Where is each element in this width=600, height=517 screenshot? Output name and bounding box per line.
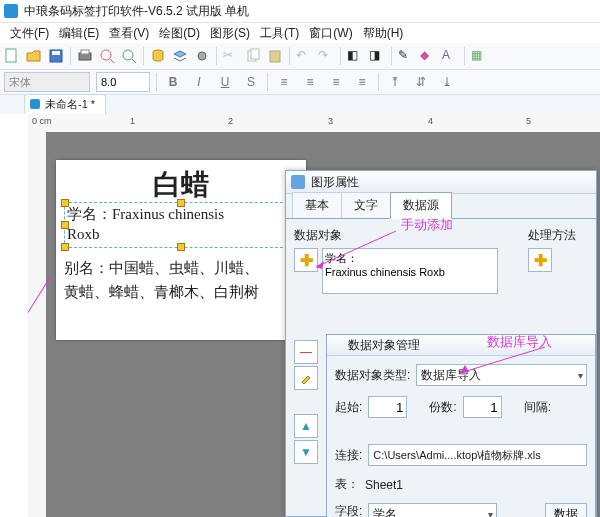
save-icon[interactable] (48, 48, 64, 64)
valign-mid-icon[interactable]: ⇵ (411, 72, 431, 92)
menu-view[interactable]: 查看(V) (105, 23, 153, 44)
menu-draw[interactable]: 绘图(D) (155, 23, 204, 44)
svg-rect-11 (270, 51, 280, 62)
valign-bot-icon[interactable]: ⤓ (437, 72, 457, 92)
field-select[interactable]: 学名 (368, 503, 497, 517)
panel-titlebar[interactable]: 图形属性 (286, 171, 596, 194)
alias-text[interactable]: 别名：中国蜡、虫蜡、川蜡、 黄蜡、蜂蜡、青榔木、白荆树 (64, 256, 298, 304)
movedown-button[interactable]: ▼ (294, 440, 318, 464)
align-right-icon[interactable]: ≡ (326, 72, 346, 92)
moveup-button[interactable]: ▲ (294, 414, 318, 438)
svg-point-6 (123, 50, 133, 60)
data-object-manage-panel[interactable]: 数据对象管理 数据库导入 数据对象类型: 数据库导入 起始: 份数: (326, 334, 596, 517)
layers-icon[interactable] (172, 48, 188, 64)
selected-text-object[interactable]: 学名：Fraxinus chinensisRoxb (64, 202, 298, 248)
menu-shape[interactable]: 图形(S) (206, 23, 254, 44)
copy-icon[interactable] (245, 48, 261, 64)
toolbar-main: ✂ ↶ ↷ ◧ ◨ ✎ ◆ A ▦ (0, 43, 600, 70)
ruler-horizontal: 0 cm 1 2 3 4 5 (28, 114, 600, 133)
menu-help[interactable]: 帮助(H) (359, 23, 408, 44)
menubar: 文件(F) 编辑(E) 查看(V) 绘图(D) 图形(S) 工具(T) 窗口(W… (0, 23, 600, 43)
subpanel-title: 数据对象管理 (348, 337, 420, 354)
svg-rect-10 (251, 49, 259, 59)
start-label: 起始: (335, 399, 362, 416)
svg-rect-4 (81, 50, 89, 54)
new-icon[interactable] (4, 48, 20, 64)
menu-file[interactable]: 文件(F) (6, 23, 53, 44)
svg-line-25 (460, 347, 545, 373)
grid-icon[interactable]: ▦ (471, 48, 487, 64)
open-icon[interactable] (26, 48, 42, 64)
svg-marker-26 (460, 365, 469, 373)
toolbar-font: 宋体 B I U S ≡ ≡ ≡ ≡ ⤒ ⇵ ⤓ (0, 70, 600, 95)
align-left-icon[interactable]: ≡ (274, 72, 294, 92)
titlebar: 中琅条码标签打印软件-V6.5.2 试用版 单机 (0, 0, 600, 23)
font-family-select[interactable]: 宋体 (4, 72, 90, 92)
strike-button[interactable]: S (241, 72, 261, 92)
bold-button[interactable]: B (163, 72, 183, 92)
menu-edit[interactable]: 编辑(E) (55, 23, 103, 44)
align-just-icon[interactable]: ≡ (352, 72, 372, 92)
svg-marker-24 (316, 261, 324, 269)
svg-point-5 (101, 50, 111, 60)
ruler-vertical (28, 132, 47, 517)
count-label: 份数: (429, 399, 456, 416)
align-center-icon[interactable]: ≡ (300, 72, 320, 92)
svg-line-23 (316, 231, 396, 267)
font-size-input[interactable] (96, 72, 150, 92)
note-manual-add: 手动添加 (401, 216, 453, 234)
cut-icon[interactable]: ✂ (223, 48, 239, 64)
tool2-icon[interactable]: ◨ (369, 48, 385, 64)
data-row-buttons: — ▲ ▼ (294, 340, 318, 464)
remove-button[interactable]: — (294, 340, 318, 364)
add-process-button[interactable]: ✚ (528, 248, 552, 272)
pen-icon[interactable]: ✎ (398, 48, 414, 64)
tab-text[interactable]: 文字 (341, 192, 391, 218)
gap-label: 间隔: (524, 399, 551, 416)
panel-icon (291, 175, 305, 189)
group-process: 处理方法 (528, 227, 588, 244)
edit-button[interactable] (294, 366, 318, 390)
zoomfit-icon[interactable] (99, 48, 115, 64)
properties-panel[interactable]: 图形属性 基本 文字 数据源 数据对象 ✚ 学名： Fraxinus chine… (285, 170, 597, 517)
panel-body: 数据对象 ✚ 学名： Fraxinus chinensis Roxb 处理方法 … (286, 219, 596, 302)
ruler-unit: 0 cm (32, 116, 52, 126)
print-icon[interactable] (77, 48, 93, 64)
panel-title: 图形属性 (311, 174, 359, 191)
table-value: Sheet1 (365, 478, 403, 492)
underline-button[interactable]: U (215, 72, 235, 92)
menu-tool[interactable]: 工具(T) (256, 23, 303, 44)
window-title: 中琅条码标签打印软件-V6.5.2 试用版 单机 (24, 3, 249, 20)
tab-basic[interactable]: 基本 (292, 192, 342, 218)
conn-label: 连接: (335, 447, 362, 464)
add-data-button[interactable]: ✚ (294, 248, 318, 272)
valign-top-icon[interactable]: ⤒ (385, 72, 405, 92)
table-label: 表： (335, 476, 359, 493)
undo-icon[interactable]: ↶ (296, 48, 312, 64)
fill-icon[interactable]: ◆ (420, 48, 436, 64)
count-input[interactable] (463, 396, 502, 418)
zoomin-icon[interactable] (121, 48, 137, 64)
data-button[interactable]: 数据 (545, 503, 587, 517)
redo-icon[interactable]: ↷ (318, 48, 334, 64)
start-input[interactable] (368, 396, 407, 418)
label-page[interactable]: 白蜡 学名：Fraxinus chinensisRoxb 别名：中国蜡、虫蜡、川… (56, 160, 306, 340)
db-icon[interactable] (150, 48, 166, 64)
conn-field[interactable]: C:\Users\Admi....ktop\植物标牌.xls (368, 444, 587, 466)
font-icon[interactable]: A (442, 48, 458, 64)
field-label: 字段: (335, 503, 362, 517)
svg-point-8 (198, 52, 206, 60)
app-icon (4, 4, 18, 18)
paste-icon[interactable] (267, 48, 283, 64)
type-label: 数据对象类型: (335, 367, 410, 384)
gear-icon[interactable] (194, 48, 210, 64)
tab-datasource[interactable]: 数据源 (390, 192, 452, 219)
svg-rect-2 (52, 51, 60, 55)
italic-button[interactable]: I (189, 72, 209, 92)
menu-window[interactable]: 窗口(W) (305, 23, 356, 44)
svg-rect-0 (6, 49, 16, 62)
subpanel-icon (332, 339, 344, 351)
tool1-icon[interactable]: ◧ (347, 48, 363, 64)
